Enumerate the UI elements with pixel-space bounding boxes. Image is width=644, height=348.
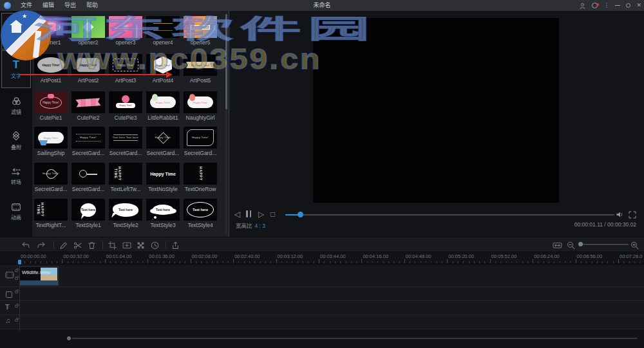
template-card-CutePie3[interactable]: Happy Time!CutePie3 bbox=[107, 91, 144, 121]
video-canvas[interactable] bbox=[313, 18, 559, 203]
pip-track-icon[interactable] bbox=[5, 289, 13, 301]
template-card-SecretGard[interactable]: Text here Text hereSecretGard... bbox=[107, 127, 144, 156]
template-thumbnail[interactable]: Happy Time! bbox=[34, 127, 68, 149]
template-thumbnail[interactable]: HAPPY TIME bbox=[109, 163, 142, 185]
export-icon[interactable] bbox=[171, 241, 180, 252]
template-card-TextOneRow[interactable]: HAPPYTextOneRow bbox=[182, 163, 219, 192]
template-thumbnail[interactable]: Happy Time! bbox=[34, 163, 68, 185]
undo-icon[interactable] bbox=[21, 241, 30, 252]
aspect-ratio-value[interactable]: 4 : 3 bbox=[255, 223, 266, 229]
template-thumbnail[interactable]: Be Happy Time! bbox=[184, 54, 217, 76]
timeline-hscrollbar-knob[interactable] bbox=[67, 336, 71, 340]
duration-icon[interactable] bbox=[151, 241, 159, 252]
playhead[interactable] bbox=[18, 260, 21, 264]
zoom-frame-icon[interactable] bbox=[122, 241, 131, 252]
video-track-lock-icon[interactable] bbox=[15, 270, 18, 272]
template-card-TextLeftTw[interactable]: HAPPY TIMETextLeftTw... bbox=[107, 163, 144, 192]
sidebar-tab-overlays[interactable]: 叠附 bbox=[1, 127, 31, 155]
template-card-CutePie2[interactable]: CutePie2 bbox=[70, 91, 107, 121]
crop-icon[interactable] bbox=[108, 241, 117, 252]
template-card-ArtPost4[interactable]: Happy Time!ArtPost4 bbox=[144, 54, 182, 84]
template-thumbnail[interactable]: Happy Time! bbox=[109, 91, 142, 113]
template-card-ArtPost5[interactable]: Be Happy Time!ArtPost5 bbox=[182, 54, 219, 84]
audio-track-lock-icon[interactable] bbox=[15, 319, 18, 322]
template-card-opener2[interactable]: opener2 bbox=[70, 16, 107, 46]
template-card-SecretGard[interactable]: Happy Time!SecretGard... bbox=[32, 163, 70, 192]
template-card-SecretGard[interactable]: Happy TimeSecretGard... bbox=[144, 127, 182, 156]
timeline-ruler[interactable]: 00:00:00.0000:00:32.0000:01:04.0000:01:3… bbox=[0, 252, 644, 264]
redo-icon[interactable] bbox=[37, 241, 46, 252]
template-thumbnail[interactable] bbox=[71, 16, 105, 38]
template-card-TextStyle1[interactable]: Text hereTextStyle1 bbox=[70, 199, 107, 228]
video-track-hide-icon[interactable] bbox=[15, 277, 18, 280]
template-card-opener4[interactable]: opener4 bbox=[144, 16, 182, 46]
template-card-opener3[interactable]: opener3 bbox=[107, 16, 144, 46]
template-thumbnail[interactable]: Happy Time! bbox=[71, 54, 105, 76]
template-thumbnail[interactable] bbox=[146, 16, 180, 38]
template-thumbnail[interactable] bbox=[34, 16, 68, 38]
template-thumbnail[interactable]: Happy Time! bbox=[146, 54, 180, 76]
template-thumbnail[interactable]: Text here bbox=[109, 199, 142, 221]
split-icon[interactable] bbox=[73, 241, 82, 252]
panel-scrollbar[interactable] bbox=[225, 13, 227, 235]
minimize-icon[interactable] bbox=[615, 5, 620, 6]
template-card-NaughtyGirl[interactable]: Happy Time!NaughtyGirl bbox=[182, 91, 219, 121]
template-thumbnail[interactable]: HAPPY bbox=[184, 163, 217, 185]
template-card-ArtPost2[interactable]: Happy Time!ArtPost2 bbox=[70, 54, 107, 84]
template-thumbnail[interactable]: Text here bbox=[184, 199, 217, 221]
template-thumbnail[interactable]: HAPPY TIME bbox=[34, 199, 68, 221]
template-card-SecretGard[interactable]: Happy Time!SecretGard... bbox=[70, 127, 107, 156]
menu-export[interactable]: 导出 bbox=[59, 0, 81, 11]
template-card-opener5[interactable]: opener5 bbox=[182, 16, 219, 46]
template-card-ArtPost1[interactable]: Happy Time!ArtPost1 bbox=[32, 54, 70, 84]
template-thumbnail[interactable] bbox=[184, 16, 217, 38]
template-thumbnail[interactable]: Happy Time bbox=[146, 127, 180, 149]
template-thumbnail[interactable]: Text here bbox=[71, 199, 105, 221]
zoom-in-icon[interactable] bbox=[630, 241, 639, 252]
zoom-out-icon[interactable] bbox=[567, 241, 575, 252]
template-card-CutePie1[interactable]: Happy Time!CutePie1 bbox=[32, 91, 70, 121]
mosaic-icon[interactable] bbox=[137, 241, 145, 252]
template-thumbnail[interactable]: Happy Time! bbox=[34, 91, 68, 113]
menu-edit[interactable]: 编辑 bbox=[37, 0, 59, 11]
timeline-zoom-slider[interactable] bbox=[578, 244, 629, 245]
fit-timeline-icon[interactable] bbox=[553, 241, 562, 252]
template-thumbnail[interactable]: Happy Time! bbox=[184, 127, 217, 149]
text-track-lock-icon[interactable] bbox=[15, 305, 18, 307]
maximize-icon[interactable] bbox=[626, 3, 630, 8]
seek-bar[interactable] bbox=[285, 214, 614, 215]
template-card-ArtPost3[interactable]: Happy Time!ArtPost3 bbox=[107, 54, 144, 84]
template-card-TextRightT[interactable]: HAPPY TIMETextRightT... bbox=[32, 199, 70, 228]
text-track-icon[interactable]: T bbox=[5, 303, 10, 311]
template-card-SailingShip[interactable]: Happy Time!SailingShip bbox=[32, 127, 70, 156]
sidebar-tab-animations[interactable]: 动画 bbox=[1, 197, 31, 226]
template-thumbnail[interactable] bbox=[71, 163, 105, 185]
pip-track-lock-icon[interactable] bbox=[15, 291, 18, 293]
template-thumbnail[interactable]: Text here Text here bbox=[109, 127, 142, 149]
template-card-LittleRabbit1[interactable]: Happy Time!LittleRabbit1 bbox=[144, 91, 182, 121]
previous-frame-icon[interactable]: ◁ bbox=[234, 210, 240, 218]
template-thumbnail[interactable]: Happy Time! bbox=[109, 54, 142, 76]
volume-icon[interactable] bbox=[616, 210, 624, 221]
template-thumbnail[interactable] bbox=[109, 16, 142, 38]
template-card-SecretGard[interactable]: Happy Time!SecretGard... bbox=[182, 127, 219, 156]
sidebar-tab-text[interactable]: T 文字 bbox=[1, 50, 31, 88]
play-icon[interactable]: ▷ bbox=[258, 210, 264, 218]
user-icon[interactable] bbox=[579, 2, 586, 10]
close-icon[interactable]: ✕ bbox=[636, 0, 641, 11]
template-card-TextStyle3[interactable]: Text hereTextStyle3 bbox=[144, 199, 182, 228]
stop-icon[interactable]: □ bbox=[270, 210, 275, 218]
template-thumbnail[interactable]: Happy Time! bbox=[184, 91, 217, 113]
template-card-TextStyle4[interactable]: Text hereTextStyle4 bbox=[182, 199, 219, 228]
template-thumbnail[interactable]: Happy Time! bbox=[71, 127, 105, 149]
template-thumbnail[interactable]: Text here bbox=[146, 199, 180, 221]
template-thumbnail[interactable]: Happy Time! bbox=[34, 54, 68, 76]
aspect-ratio-label[interactable]: 宽高比4 : 3 bbox=[236, 221, 265, 229]
kebab-menu-icon[interactable]: ⋮ bbox=[603, 0, 609, 11]
seek-knob[interactable] bbox=[298, 212, 303, 217]
fullscreen-icon[interactable] bbox=[629, 210, 636, 221]
template-thumbnail[interactable]: Happy Time bbox=[146, 163, 180, 185]
template-thumbnail[interactable]: Happy Time! bbox=[146, 91, 180, 113]
sidebar-tab-transitions[interactable]: 转场 bbox=[1, 162, 31, 190]
panel-scrollbar-thumb[interactable] bbox=[225, 14, 227, 109]
